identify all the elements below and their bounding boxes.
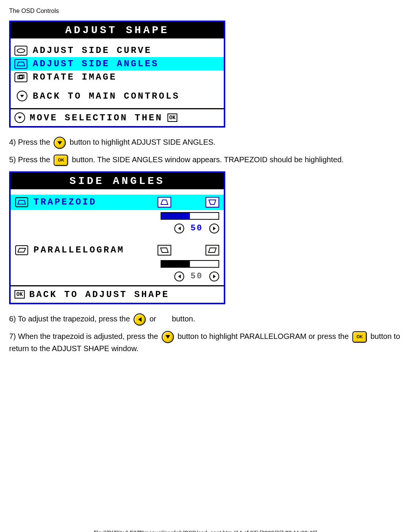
menu-item-back-main[interactable]: BACK TO MAIN CONTROLS	[11, 89, 224, 103]
trap-wide-icon	[206, 197, 219, 208]
side-curve-icon	[14, 46, 27, 56]
ok-button-icon: OK	[54, 155, 68, 166]
para-bar-fill	[161, 261, 190, 267]
svg-marker-8	[161, 248, 168, 252]
footer-text: MOVE SELECTION THEN	[30, 113, 163, 123]
menu-label: BACK TO MAIN CONTROLS	[33, 91, 180, 101]
para-left-icon	[158, 245, 171, 256]
row-parallelogram[interactable]: PARALLELOGRAM	[11, 243, 224, 258]
menu-item-rotate-image[interactable]: ROTATE IMAGE	[11, 70, 224, 84]
trap-decrease-button[interactable]	[174, 224, 184, 233]
down-arrow-button-icon	[162, 331, 174, 343]
footer-path: file:///D|/Rita/LF3/lf3manual/english/OS…	[9, 529, 402, 532]
svg-marker-9	[209, 248, 216, 252]
menu-label: ROTATE IMAGE	[33, 72, 117, 82]
slider-parallelogram	[11, 258, 224, 272]
para-decrease-button[interactable]	[174, 272, 184, 281]
step-5: 5) Press the OK button. The SIDE ANGLES …	[9, 154, 402, 166]
trapezoid-icon	[15, 197, 28, 207]
menu-label: ADJUST SIDE CURVE	[33, 45, 152, 56]
slider-trap-controls: 50	[11, 224, 224, 237]
para-increase-button[interactable]	[209, 272, 219, 281]
svg-marker-4	[18, 200, 25, 204]
trap-narrow-icon	[158, 197, 171, 208]
step6-prefix: 6) To adjust the trapezoid, press the	[9, 315, 132, 323]
para-value: 50	[188, 272, 206, 281]
step4-suffix: button to highlight ADJUST SIDE ANGLES.	[70, 138, 215, 146]
back-circle-icon	[17, 91, 27, 101]
step-6: 6) To adjust the trapezoid, press the or…	[9, 313, 402, 326]
osd-adjust-shape: ADJUST SHAPE ADJUST SIDE CURVE ADJUST SI…	[9, 21, 225, 128]
osd-side-angles: SIDE ANGLES TRAPEZOID 50	[9, 171, 225, 304]
menu-item-adjust-side-angles[interactable]: ADJUST SIDE ANGLES	[11, 57, 224, 70]
trap-value: 50	[188, 224, 206, 233]
row-trapezoid[interactable]: TRAPEZOID	[11, 195, 224, 210]
page-header: The OSD Controls	[9, 8, 402, 14]
menu-label: ADJUST SIDE ANGLES	[33, 59, 159, 69]
step7-prefix: 7) When the trapezoid is adjusted, press…	[9, 332, 160, 340]
menu-item-adjust-side-curve[interactable]: ADJUST SIDE CURVE	[11, 44, 224, 57]
step5-suffix: button. The SIDE ANGLES window appears. …	[72, 155, 344, 164]
parallelogram-icon	[15, 245, 28, 255]
svg-marker-6	[209, 200, 216, 204]
trap-bar-fill	[161, 213, 190, 219]
rotate-icon	[14, 72, 27, 82]
step7-mid: button to highlight PARALLELOGRAM or pre…	[177, 332, 350, 340]
osd-title-side-angles: SIDE ANGLES	[11, 173, 224, 189]
trap-increase-button[interactable]	[209, 224, 219, 233]
step-4: 4) Press the button to highlight ADJUST …	[9, 137, 402, 149]
osd-footer-adjust-shape: MOVE SELECTION THEN OK	[11, 108, 224, 126]
slider-para-controls: 50	[11, 272, 224, 285]
para-right-icon	[206, 245, 219, 256]
svg-marker-1	[17, 62, 25, 66]
svg-point-0	[17, 49, 25, 53]
ok-box-icon: OK	[167, 113, 178, 122]
slider-trapezoid	[11, 210, 224, 224]
row-label: PARALLELOGRAM	[33, 245, 124, 255]
step4-prefix: 4) Press the	[9, 138, 52, 146]
left-arrow-button-icon	[134, 313, 146, 326]
down-arrow-button-icon	[54, 137, 66, 149]
trap-bar	[161, 212, 219, 220]
step5-prefix: 5) Press the	[9, 155, 52, 164]
step-7: 7) When the trapezoid is adjusted, press…	[9, 331, 402, 354]
footer-text: BACK TO ADJUST SHAPE	[29, 289, 169, 300]
ok-button-icon: OK	[352, 331, 367, 343]
trapezoid-icon	[14, 59, 27, 69]
step6-suffix: button.	[172, 315, 195, 323]
step6-mid: or	[150, 315, 158, 323]
osd-footer-side-angles: OK BACK TO ADJUST SHAPE	[11, 285, 224, 303]
row-label: TRAPEZOID	[33, 197, 97, 207]
osd-title-adjust-shape: ADJUST SHAPE	[11, 22, 224, 38]
svg-marker-5	[161, 200, 168, 204]
para-bar	[161, 260, 219, 268]
ok-box-icon: OK	[14, 290, 25, 299]
svg-marker-7	[18, 248, 25, 252]
up-down-icon	[14, 112, 25, 123]
